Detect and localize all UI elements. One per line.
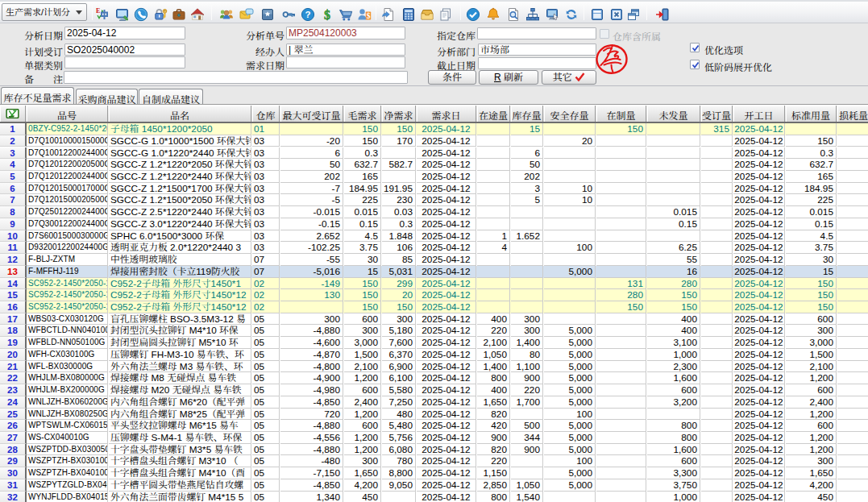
svg-text:E: E <box>96 7 100 15</box>
svg-text:?: ? <box>305 10 310 19</box>
svg-text:$: $ <box>324 8 330 22</box>
svg-text:$: $ <box>367 12 371 20</box>
